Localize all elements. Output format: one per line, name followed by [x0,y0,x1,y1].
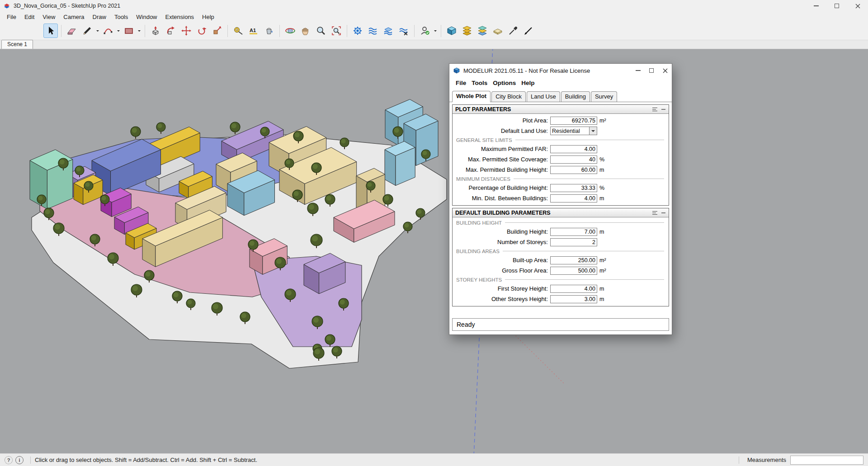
modelur-terrain-stack-tool[interactable] [381,24,396,38]
push-pull-icon [150,25,161,36]
tab-building[interactable]: Building [561,91,590,102]
max-building-height-input[interactable] [550,166,597,174]
move-tool[interactable] [179,24,193,38]
rectangle-tool[interactable] [122,24,136,38]
built-up-area-input[interactable] [550,256,597,264]
terrain-waves-icon [368,25,378,36]
modelur-menu-options[interactable]: Options [490,79,519,87]
select-tool[interactable] [43,24,58,38]
text-tool[interactable]: A1 [246,24,261,38]
collapse-icon[interactable] [661,211,666,215]
eraser-tool[interactable] [65,24,79,38]
follow-me-tool[interactable] [164,24,178,38]
menu-draw[interactable]: Draw [89,13,110,21]
arc-tool-dropdown-icon[interactable] [116,24,121,38]
push-pull-tool[interactable] [148,24,163,38]
building-height-input[interactable] [550,228,597,236]
viewport-canvas[interactable] [0,49,868,453]
modelur-menu-help[interactable]: Help [519,79,537,87]
site-coverage-unit: % [599,156,609,163]
field-max-building-height: Max. Permitted Building Height: m [453,165,666,175]
first-storey-height-input[interactable] [550,285,597,293]
default-building-parameters-header[interactable]: DEFAULT BUILDING PARAMETERS [453,208,669,217]
edge-pen-tool[interactable] [521,24,536,38]
line-tool-dropdown-icon[interactable] [95,24,100,38]
scene-tab-1[interactable]: Scene 1 [1,40,33,49]
menu-camera[interactable]: Camera [59,13,88,21]
close-button[interactable] [847,0,868,12]
pan-hand-icon [300,25,311,36]
paint-bucket-tool[interactable] [262,24,276,38]
modelur-settings-tool[interactable] [350,24,365,38]
plot-parameters-group: PLOT PARAMETERS Plot Area: m² Default La… [452,104,669,206]
viewport[interactable]: MODELUR 2021.05.11 - Not For Resale Lice… [0,49,868,453]
gross-floor-area-input[interactable] [550,267,597,275]
building-height-subheader: BUILDING HEIGHT [453,219,666,226]
modelur-dialog[interactable]: MODELUR 2021.05.11 - Not For Resale Lice… [449,63,672,335]
app-titlebar: 3D_Nova_Gorica_05 - SketchUp Pro 2021 [0,0,868,12]
sketchup-logo-icon [3,2,10,9]
modelur-maximize-button[interactable] [645,64,658,77]
menu-view[interactable]: View [38,13,59,21]
scale-tool[interactable] [210,24,224,38]
land-use-select[interactable]: Residential [550,127,597,135]
info-icon[interactable]: i [15,456,24,464]
blue-cube-icon [446,25,457,36]
modelur-titlebar[interactable]: MODELUR 2021.05.11 - Not For Resale Lice… [449,64,672,77]
max-far-input[interactable] [550,145,597,153]
orbit-tool[interactable] [283,24,297,38]
rectangle-tool-dropdown-icon[interactable] [137,24,142,38]
modelur-terrain-modify-tool[interactable] [396,24,411,38]
modelur-minimize-button[interactable] [631,64,645,77]
line-tool[interactable] [80,24,94,38]
maximize-button[interactable] [826,0,847,12]
zoom-tool[interactable] [314,24,328,38]
align-icon[interactable] [652,211,658,215]
field-pct-building-height: Percentage of Building Height: % [453,183,666,193]
storeys-multi-tool[interactable] [475,24,490,38]
menu-extensions[interactable]: Extensions [161,13,198,21]
plot-parameters-header[interactable]: PLOT PARAMETERS [453,105,669,114]
storeys-yellow-tool[interactable] [460,24,474,38]
menu-help[interactable]: Help [198,13,218,21]
geolocation-icon[interactable]: ? [5,456,13,464]
menu-edit[interactable]: Edit [20,13,38,21]
menu-tools[interactable]: Tools [110,13,132,21]
min-dist-input[interactable] [550,194,597,202]
eyedropper-tool[interactable] [506,24,520,38]
modelur-close-button[interactable] [658,64,672,77]
pan-tool[interactable] [298,24,313,38]
sign-in-tool[interactable] [418,24,432,38]
modelur-menu-file[interactable]: File [453,79,469,87]
menu-file[interactable]: File [3,13,20,21]
chevron-down-icon [589,127,597,135]
plot-area-input[interactable] [550,117,597,125]
collapse-icon[interactable] [661,107,666,112]
plot-layer-tool[interactable] [491,24,505,38]
minimize-button[interactable] [806,0,826,12]
tab-city-block[interactable]: City Block [491,91,526,102]
number-of-storeys-input[interactable] [550,238,597,246]
zoom-extents-tool[interactable] [329,24,344,38]
align-icon[interactable] [652,107,658,112]
modelur-gear-icon [352,25,363,36]
tab-land-use[interactable]: Land Use [527,91,560,102]
tab-survey[interactable]: Survey [591,91,617,102]
site-coverage-input[interactable] [550,155,597,164]
modelur-terrain-waves-tool[interactable] [366,24,380,38]
tab-whole-plot[interactable]: Whole Plot [452,91,491,102]
arc-tool[interactable] [101,24,115,38]
land-use-label: Default Land Use: [453,127,550,134]
pen-icon [523,25,534,36]
follow-me-icon [165,25,176,36]
menu-window[interactable]: Window [132,13,161,21]
rotate-icon [196,25,207,36]
pct-building-height-input[interactable] [550,184,597,192]
sign-in-dropdown-icon[interactable] [433,24,438,38]
tape-measure-tool[interactable] [231,24,245,38]
measurements-input[interactable] [790,456,863,465]
other-storeys-height-input[interactable] [550,295,597,303]
modelur-menu-tools[interactable]: Tools [469,79,490,87]
urban-block-tool[interactable] [444,24,459,38]
rotate-tool[interactable] [194,24,209,38]
